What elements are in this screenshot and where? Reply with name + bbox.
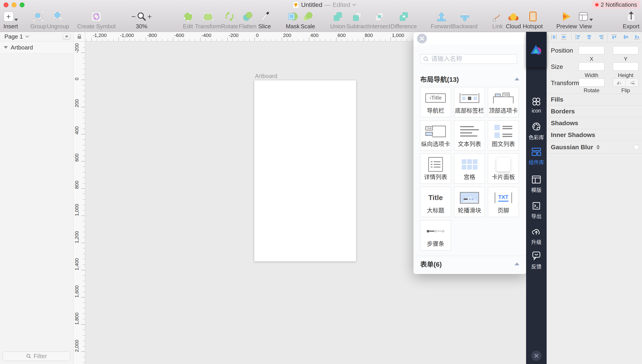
rotate-input[interactable] [579,78,604,87]
artboard-label[interactable]: Artboard [255,72,277,80]
shadows-section-header[interactable]: Shadows [547,117,642,129]
plugin-tab-upgrade[interactable]: 升级 [526,227,547,246]
plugin-tab-template[interactable]: 模版 [526,175,547,193]
ruler-lock-corner[interactable] [74,32,85,42]
hotspot-button[interactable]: Hotspot [523,11,543,30]
section-header-forms[interactable]: 表单(6) [413,258,526,270]
filter-input[interactable]: Filter [3,352,70,361]
component-card-tabbar-bottom[interactable]: 底部标签栏 [454,87,485,118]
fills-section-header[interactable]: Fills [547,94,642,105]
component-search-box[interactable] [420,54,517,64]
size-height-input[interactable] [613,62,638,70]
insert-button[interactable]: + Insert [3,11,18,30]
distribute-vertically-icon[interactable] [561,34,567,40]
media-list-icon [494,125,512,138]
document-title[interactable]: Untitled — Edited [292,1,356,8]
component-card-navbar[interactable]: ‹Title 导航栏 [420,87,451,118]
zoom-window-button[interactable] [20,2,25,7]
intersect-button[interactable]: Intersect [368,11,390,30]
subtract-button[interactable]: Subtract [346,11,368,30]
zoom-out-icon[interactable]: − [131,12,136,21]
position-y-input[interactable] [613,46,638,54]
zoom-control[interactable]: − + 30% [131,11,152,30]
flip-horizontal-button[interactable] [613,79,626,86]
component-card-text-list[interactable]: 文本列表 [454,120,485,151]
align-middle-vertical-icon[interactable] [622,34,629,40]
component-card-tabs-vertical[interactable]: TAB 纵向选项卡 [420,120,451,151]
align-center-horizontal-icon[interactable] [586,34,592,40]
plugin-tab-icon-library[interactable]: icon [526,97,547,114]
union-button[interactable]: Union [330,11,345,30]
ruler-tick [113,39,114,41]
plugin-tab-feedback[interactable]: 反馈 [526,251,547,270]
mask-button[interactable]: Mask [286,11,300,30]
ungroup-icon [52,11,64,22]
disclosure-triangle-icon[interactable] [4,46,8,49]
ruler-number: -400 [202,32,211,38]
ruler-tick [81,324,85,324]
distribute-horizontally-icon[interactable] [551,34,557,40]
layer-item-artboard[interactable]: Artboard [0,42,73,54]
borders-section-header[interactable]: Borders [547,105,642,117]
page-selector[interactable]: Page 1 [0,32,73,42]
gaussian-blur-section-header[interactable]: Gaussian Blur [547,141,642,154]
position-x-input[interactable] [579,46,604,54]
inner-shadows-section-header[interactable]: Inner Shadows [547,129,642,141]
gaussian-blur-checkbox[interactable] [634,145,639,150]
component-card-carousel[interactable]: 轮播滑块 [454,187,485,217]
forward-button[interactable]: Forward [431,11,452,30]
component-card-card-panel[interactable]: 卡片面板 [488,153,519,184]
zoom-in-icon[interactable]: + [147,12,152,21]
page-list-dropdown-button[interactable] [63,34,71,40]
slice-button[interactable]: Slice [258,11,271,30]
component-card-detail-list[interactable]: 详情列表 [420,153,451,184]
align-top-icon[interactable] [611,34,617,40]
transform-button[interactable]: Transform [195,11,221,30]
collapse-arrow-icon [514,78,519,80]
link-button[interactable]: Link [492,11,503,30]
blur-type-stepper[interactable] [596,145,600,150]
ruler-tick [401,39,402,41]
component-card-grid[interactable]: 宫格 [454,153,485,184]
align-left-icon[interactable] [575,34,581,40]
align-bottom-icon[interactable] [634,34,640,40]
ruler-tick [83,183,85,183]
plugin-tab-component-library[interactable]: 组件库 [526,147,547,166]
component-card-steps[interactable]: 步骤条 [420,220,451,250]
rotate-button[interactable]: Rotate [221,11,238,30]
create-symbol-button[interactable]: Create Symbol [77,11,116,30]
plugin-tab-color-library[interactable]: 色彩库 [526,122,547,141]
backward-button[interactable]: Backward [452,11,477,30]
edit-button[interactable]: Edit [183,11,193,30]
close-window-button[interactable] [4,2,9,7]
panel-close-button[interactable] [417,34,427,44]
export-button[interactable]: Export [622,11,639,30]
flatten-button[interactable]: Flatten [239,11,257,30]
component-card-big-title[interactable]: Title 大标题 [420,187,451,217]
ruler-number: 800 [365,32,373,38]
component-search-input[interactable] [431,56,514,62]
artboard[interactable] [254,80,356,262]
ruler-tick [83,112,85,112]
notifications-badge[interactable]: 2 Notifications [592,1,640,9]
component-card-footer[interactable]: TXT 页脚 [488,187,519,217]
preview-button[interactable]: Preview [556,11,577,30]
ungroup-button[interactable]: Ungroup [47,11,69,30]
plugin-tab-export-code[interactable]: 导出 [526,202,547,220]
difference-button[interactable]: Difference [391,11,417,30]
ruler-tick [412,39,413,41]
component-card-media-list[interactable]: 图文列表 [488,120,519,151]
scale-button[interactable]: Scale [300,11,315,30]
minimize-window-button[interactable] [12,2,17,7]
align-right-icon[interactable] [598,34,604,40]
flip-vertical-button[interactable] [626,79,638,86]
size-width-input[interactable] [579,62,604,70]
view-button[interactable]: View [578,11,593,30]
component-card-tabs-top[interactable]: TAB 顶部选项卡 [488,87,519,118]
section-header-layout-nav[interactable]: 布局导航(13) [413,73,526,85]
ruler-tick [83,64,85,64]
cloud-button[interactable]: Cloud [506,11,521,30]
plugin-close-button[interactable] [531,351,541,361]
inspector-panel: Position X Y Size Width Height Transform… [547,32,642,364]
group-button[interactable]: Group [30,11,46,30]
